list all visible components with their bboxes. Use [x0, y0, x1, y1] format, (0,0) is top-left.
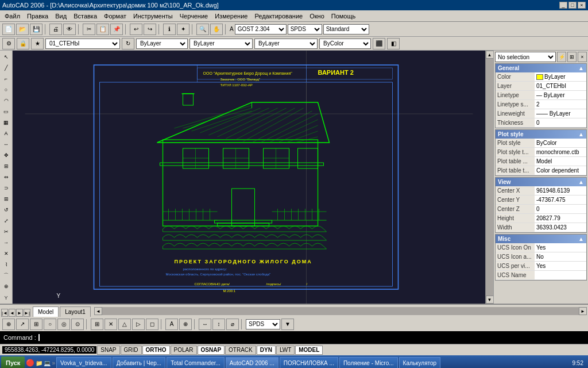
spds-bottom-select[interactable]: SPDS [246, 319, 280, 329]
cz-value[interactable]: 0 [535, 205, 586, 213]
dim-tool2[interactable]: ↕ [212, 319, 225, 330]
lineweight-select1[interactable]: ByLayer [189, 39, 253, 49]
tab-layout1[interactable]: Layout1 [60, 306, 91, 317]
menu-window[interactable]: Окно [306, 12, 328, 21]
ucsname-value[interactable] [535, 271, 586, 279]
snap-tool7[interactable]: ◻ [146, 319, 158, 330]
text-tool2[interactable]: ⊕ [179, 319, 192, 330]
text-tool-b[interactable]: A [165, 319, 178, 330]
layer-btn2[interactable]: 🔒 [17, 38, 29, 49]
select-tool[interactable]: ↖ [1, 52, 11, 62]
linetype-select[interactable]: ByLayer [136, 39, 188, 49]
selection-select[interactable]: No selection [495, 52, 556, 62]
minimize-button[interactable]: _ [559, 2, 567, 9]
taskbar-autocad[interactable]: AutoCAD 2006 ... [226, 357, 278, 368]
tab-first[interactable]: |◄ [1, 309, 8, 317]
tab-last[interactable]: ►| [24, 309, 30, 317]
osnap-status[interactable]: OSNAP [198, 346, 225, 355]
paste-button[interactable]: 📌 [110, 24, 123, 35]
taskbar-vovka[interactable]: Vovka_v_trideva... [56, 357, 111, 368]
pstab2-value[interactable]: Color dependent [535, 166, 586, 175]
taskbar-kalkulator[interactable]: Калькулятор [399, 357, 441, 368]
plotstyle-header[interactable]: Plot style ▲ [496, 130, 586, 139]
cut-button[interactable]: ✂ [83, 24, 95, 35]
grid-tool[interactable]: ⊞ [91, 319, 103, 330]
layer-refresh[interactable]: ↻ [122, 38, 134, 49]
quick-select-btn[interactable]: ⚡ [557, 52, 566, 62]
draw-tool2[interactable]: ◎ [57, 319, 70, 330]
match-properties[interactable]: ✦ [177, 24, 189, 35]
hscroll-track[interactable] [102, 307, 579, 315]
general-header[interactable]: General ▲ [496, 64, 586, 72]
scroll-up[interactable]: ▲ [486, 51, 494, 59]
view-header[interactable]: View ▲ [496, 178, 586, 186]
offset-tool[interactable]: ⊃ [1, 183, 11, 193]
collapse-icon[interactable]: ▲ [578, 179, 584, 185]
otrack-status[interactable]: OTRACK [225, 346, 256, 355]
open-button[interactable]: 📂 [16, 24, 29, 35]
taskbar-commander[interactable]: Total Commander... [167, 357, 225, 368]
grid-status[interactable]: GRID [121, 346, 142, 355]
print-button[interactable]: 🖨 [49, 24, 62, 35]
copy-button[interactable]: 📋 [96, 24, 109, 35]
taskbar-arrow[interactable]: » [52, 360, 55, 366]
menu-insert[interactable]: Вставка [70, 12, 100, 21]
pstab1-value[interactable]: Model [535, 157, 586, 166]
horizontal-scrollbar[interactable]: ◄ ► [94, 307, 587, 315]
linetype-value[interactable]: — ByLayer [535, 91, 586, 99]
lineweight-select2[interactable]: ByLayer [254, 39, 318, 49]
window-controls[interactable]: _ □ × [559, 2, 586, 9]
snap-tool3[interactable]: ⊞ [30, 319, 42, 330]
menu-edit[interactable]: Правка [24, 12, 52, 21]
move-tool[interactable]: ✥ [1, 150, 11, 160]
vertical-scrollbar[interactable]: ▲ ▼ [485, 51, 493, 304]
extend-tool[interactable]: → [1, 237, 11, 248]
break-tool[interactable]: ⌇ [1, 259, 11, 270]
lineweight-value[interactable]: —— ByLayer [535, 109, 586, 118]
redo-button[interactable]: ↪ [144, 24, 156, 35]
circle-tool[interactable]: ○ [1, 85, 11, 95]
snap-tool5[interactable]: △ [118, 319, 131, 330]
spds-select[interactable]: SPDS [288, 24, 322, 34]
dim-tool3[interactable]: ⌀ [226, 319, 239, 330]
maximize-button[interactable]: □ [568, 2, 577, 9]
trim-tool[interactable]: ✂ [1, 227, 11, 237]
layer-select[interactable]: 01_СТЕНЫ [45, 39, 120, 49]
mirror-tool[interactable]: ⇔ [1, 172, 11, 182]
spds-settings[interactable]: ▼ [281, 319, 294, 330]
tab-next[interactable]: ► [16, 309, 23, 317]
fillet-tool[interactable]: ⌒ [1, 270, 11, 281]
snap-tool-btn[interactable]: ⊕ [2, 319, 15, 330]
snap-tool[interactable]: ⊕ [1, 281, 11, 292]
scroll-down[interactable]: ▼ [486, 296, 494, 304]
menu-tools[interactable]: Инструменты [130, 12, 176, 21]
taskbar-poyasn[interactable]: ПОЯСНИЛОВКА ... [280, 357, 338, 368]
close-button[interactable]: × [578, 2, 586, 9]
snap-tool6[interactable]: ▷ [132, 319, 145, 330]
model-status[interactable]: MODEL [295, 346, 323, 355]
dim-tool1[interactable]: ↔ [199, 319, 211, 330]
scroll-right[interactable]: ► [579, 307, 587, 315]
properties-button[interactable]: ℹ [163, 24, 176, 35]
extra-btn1[interactable]: ⬛ [373, 38, 385, 49]
line-tool[interactable]: ╱ [1, 63, 11, 73]
ortho-status[interactable]: ORTHO [142, 346, 170, 355]
height-value[interactable]: 20827.79 [535, 214, 586, 223]
color-select[interactable]: ByColor [319, 39, 371, 49]
new-button[interactable]: 📄 [2, 24, 15, 35]
close-prop-btn[interactable]: × [578, 52, 587, 62]
layer-btn3[interactable]: ★ [31, 38, 44, 49]
cx-value[interactable]: 961948.6139 [535, 186, 586, 195]
rectangle-tool[interactable]: ▭ [1, 106, 11, 117]
menu-modify[interactable]: Редактирование [251, 12, 306, 21]
erase-tool[interactable]: ✕ [1, 248, 11, 259]
zoom-button[interactable]: 🔍 [196, 24, 209, 35]
collapse-icon[interactable]: ▲ [578, 236, 584, 242]
dyn-status[interactable]: DYN [257, 346, 276, 355]
start-button[interactable]: Пуск [1, 356, 25, 368]
collapse-icon[interactable]: ▲ [578, 65, 584, 71]
menu-help[interactable]: Помощь [328, 12, 359, 21]
cy-value[interactable]: -47367.475 [535, 195, 586, 204]
menu-file[interactable]: Файл [1, 12, 24, 21]
snap-tool4[interactable]: ✕ [105, 319, 117, 330]
